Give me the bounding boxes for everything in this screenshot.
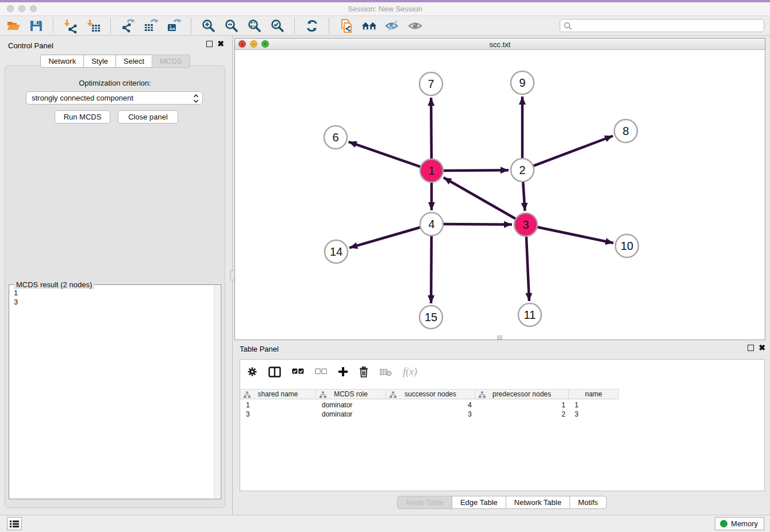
column-header-mcds-role[interactable]: MCDS role [316,390,386,399]
memory-button[interactable]: Memory [715,517,764,530]
graph-edge-1-7[interactable] [431,98,432,160]
open-session-icon[interactable] [5,18,21,33]
main-toolbar [0,16,770,36]
column-header-label: predecessor nodes [492,390,551,398]
tab-node-table[interactable]: Node Table [397,496,452,509]
import-table-icon[interactable] [86,18,101,33]
home-layout-icon[interactable] [361,18,377,33]
float-table-panel-icon[interactable] [748,345,754,351]
window-accent-strip [0,0,770,2]
mcds-result-text[interactable]: 1 3 [14,288,18,307]
toolbar-separator [329,18,329,33]
copy-style-icon[interactable] [338,18,354,33]
graph-edge-4-15[interactable] [431,234,432,303]
table-cell[interactable]: 3 [569,410,619,419]
column-header-shared-name[interactable]: shared name [240,390,316,399]
network-window-title-bar[interactable]: x – + scc.txt [235,38,765,50]
export-image-icon[interactable] [166,18,182,33]
tab-mcds[interactable]: MCDS [152,55,190,68]
close-panel-icon[interactable]: ✖ [217,41,224,47]
column-sort-icon [244,391,251,398]
zoom-fit-icon[interactable] [247,18,262,33]
tab-style[interactable]: Style [83,55,116,68]
criterion-dropdown[interactable]: strongly connected component [26,91,203,105]
show-graphics-details-icon[interactable] [407,18,423,33]
graph-node-label-2: 2 [519,164,525,176]
zoom-in-icon[interactable] [201,18,216,33]
graph-edge-2-8[interactable] [532,136,613,166]
close-table-panel-icon[interactable]: ✖ [759,345,765,351]
zoom-out-icon[interactable] [224,18,239,33]
table-cell[interactable]: 4 [386,400,475,410]
table-row[interactable]: 1dominator411 [240,400,619,410]
toolbar-separator [191,18,191,33]
graph-edge-3-1[interactable] [444,178,517,219]
graph-edge-2-3[interactable] [523,180,525,211]
column-sort-icon [479,391,486,398]
save-session-icon[interactable] [28,18,44,33]
network-canvas[interactable]: 7968124314101511 [235,50,765,340]
tab-network[interactable]: Network [40,55,84,68]
graph-edge-4-14[interactable] [349,227,422,248]
control-panel-title: Control Panel [8,41,53,50]
deselect-all-icon[interactable] [315,368,327,375]
tab-select[interactable]: Select [116,55,152,68]
mcds-result-box: MCDS result (2 nodes) 1 3 [9,284,221,499]
column-header-label: shared name [257,390,298,398]
refresh-icon[interactable] [304,18,319,33]
node-table-container: f(x) shared nameMCDS rolesuccessor nodes… [240,359,765,491]
graph-edge-3-10[interactable] [536,227,614,243]
table-cell[interactable]: 3 [240,410,316,419]
column-header-label: MCDS role [334,390,368,398]
search-input[interactable] [574,20,761,32]
table-cell[interactable]: 2 [475,410,569,419]
graph-node-label-1: 1 [428,164,434,177]
delete-row-trash-icon[interactable] [359,367,368,377]
graph-node-label-8: 8 [622,125,629,137]
function-builder-icon: f(x) [403,366,417,378]
mcds-result-title: MCDS result (2 nodes) [14,280,94,289]
table-toolbar: f(x) [247,364,417,379]
export-network-icon[interactable] [120,18,136,33]
graph-node-label-10: 10 [621,240,633,252]
add-row-icon[interactable] [338,367,348,377]
canvas-resize-handle[interactable] [497,336,502,340]
graph-node-label-3: 3 [522,218,529,231]
tab-edge-table[interactable]: Edge Table [452,496,506,509]
select-all-icon[interactable] [292,368,304,375]
result-scrollbar[interactable] [214,286,220,498]
table-cell[interactable]: 1 [569,400,619,410]
hide-graphics-details-icon[interactable] [384,18,400,33]
float-panel-icon[interactable] [206,41,213,47]
network-view-window: x – + scc.txt 7968124314101511 [234,38,765,340]
graph-edge-4-3[interactable] [442,224,512,225]
column-header-name[interactable]: name [569,390,619,399]
tab-network-table[interactable]: Network Table [506,496,570,509]
zoom-selected-icon[interactable] [270,18,285,33]
run-mcds-button[interactable]: Run MCDS [55,110,110,124]
task-history-button[interactable] [7,517,22,530]
status-bar: Memory [0,515,770,532]
graph-edge-1-2[interactable] [442,170,509,171]
show-columns-icon[interactable] [268,367,281,377]
graph-edge-3-11[interactable] [526,235,529,301]
column-header-predecessor-nodes[interactable]: predecessor nodes [475,390,569,399]
network-graph[interactable]: 7968124314101511 [235,50,765,340]
table-row[interactable]: 3dominator323 [240,410,619,419]
control-panel: Control Panel ✖ NetworkStyleSelectMCDS O… [0,36,231,515]
export-table-icon[interactable] [143,18,159,33]
tab-motifs[interactable]: Motifs [569,496,607,509]
table-cell[interactable]: 1 [240,400,316,410]
import-network-icon[interactable] [63,18,78,33]
graph-node-label-9: 9 [519,76,525,89]
table-cell[interactable]: 1 [475,400,569,410]
table-panel-title: Table Panel [240,345,279,353]
search-box[interactable] [560,19,764,32]
close-panel-button[interactable]: Close panel [118,110,178,124]
table-cell[interactable]: dominator [316,410,386,419]
table-settings-gear-icon[interactable] [247,367,257,377]
table-cell[interactable]: dominator [316,400,386,410]
table-cell[interactable]: 3 [386,410,475,419]
column-header-successor-nodes[interactable]: successor nodes [386,390,475,399]
graph-edge-1-6[interactable] [349,142,422,167]
